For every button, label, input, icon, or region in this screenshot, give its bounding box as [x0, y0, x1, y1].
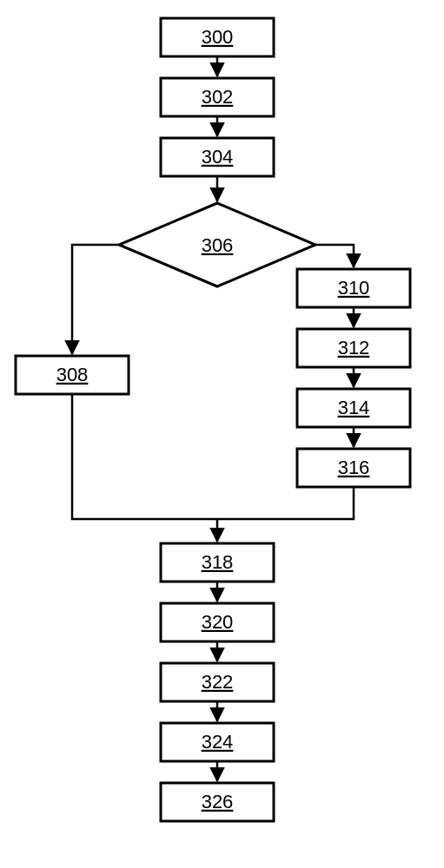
node-310-label: 310	[338, 277, 370, 299]
node-320: 320	[161, 603, 274, 641]
edge-306-310	[315, 245, 354, 267]
node-314-label: 314	[338, 397, 370, 418]
node-326: 326	[161, 783, 274, 821]
node-308: 308	[16, 356, 129, 394]
node-302: 302	[161, 78, 274, 116]
node-318-label: 318	[202, 551, 234, 573]
node-304: 304	[161, 138, 274, 176]
node-312-label: 312	[338, 337, 370, 358]
node-304-label: 304	[202, 146, 234, 168]
node-300: 300	[161, 18, 274, 56]
edge-308-merge	[72, 394, 217, 519]
node-322: 322	[161, 663, 274, 701]
edge-306-308	[72, 245, 119, 354]
node-320-label: 320	[202, 611, 234, 633]
node-306: 306	[119, 203, 315, 286]
node-322-label: 322	[202, 671, 234, 693]
node-316-label: 316	[338, 457, 370, 478]
node-326-label: 326	[202, 791, 234, 812]
node-324: 324	[161, 723, 274, 761]
edge-316-merge	[217, 487, 354, 519]
flowchart: 300 302 304 306 310 312 308 3	[0, 0, 444, 868]
node-318: 318	[161, 543, 274, 582]
node-312: 312	[297, 329, 410, 367]
node-324-label: 324	[202, 731, 234, 753]
node-302-label: 302	[202, 86, 234, 108]
node-300-label: 300	[202, 26, 234, 48]
node-314: 314	[297, 389, 410, 427]
node-306-label: 306	[202, 234, 234, 256]
node-316: 316	[297, 449, 410, 487]
node-310: 310	[297, 269, 410, 307]
node-308-label: 308	[56, 364, 89, 385]
